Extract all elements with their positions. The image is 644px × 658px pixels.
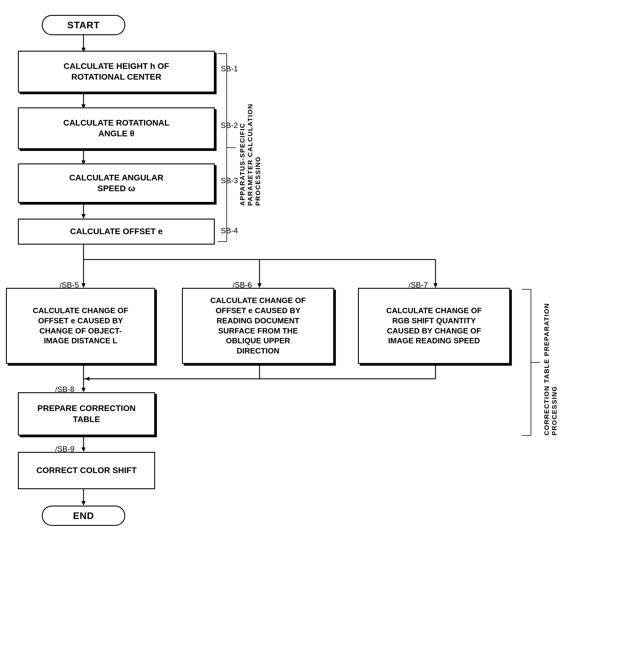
sb6-node: CALCULATE CHANGE OF OFFSET e CAUSED BY R… — [182, 288, 334, 364]
sb9-text: CORRECT COLOR SHIFT — [37, 465, 137, 476]
svg-marker-16 — [433, 283, 438, 288]
sb1-label: SB-1 — [221, 64, 238, 73]
sb8-text: PREPARE CORRECTION TABLE — [37, 403, 135, 425]
svg-marker-27 — [82, 501, 86, 505]
sb8-label: /SB-8 — [55, 385, 74, 394]
start-label: START — [67, 20, 100, 31]
sb4-text: CALCULATE OFFSET e — [70, 226, 163, 237]
svg-marker-25 — [82, 448, 86, 452]
sb5-node: CALCULATE CHANGE OF OFFSET e CAUSED BY C… — [6, 288, 155, 364]
svg-marker-21 — [85, 377, 90, 381]
sb1-text: CALCULATE HEIGHT h OF ROTATIONAL CENTER — [64, 61, 169, 83]
diagram: START CALCULATE HEIGHT h OF ROTATIONAL C… — [0, 0, 644, 658]
sb7-node: CALCULATE CHANGE OF RGB SHIFT QUANTITY C… — [358, 288, 510, 364]
start-node: START — [42, 15, 125, 35]
sb3-text: CALCULATE ANGULAR SPEED ω — [69, 173, 163, 194]
sb4-node: CALCULATE OFFSET e — [18, 219, 215, 245]
sb9-label: /SB-9 — [55, 445, 74, 454]
sb5-text: CALCULATE CHANGE OF OFFSET e CAUSED BY C… — [33, 306, 128, 346]
sb7-label: /SB-7 — [409, 280, 428, 290]
sb1-node: CALCULATE HEIGHT h OF ROTATIONAL CENTER — [18, 51, 215, 92]
apparatus-text: APPARATUS-SPECIFIC PARAMETER CALCULATION… — [239, 104, 261, 206]
sb6-label: /SB-6 — [233, 280, 252, 290]
sb3-label: SB-3 — [221, 176, 238, 185]
sb4-label: SB-4 — [221, 226, 238, 235]
sb2-node: CALCULATE ROTATIONAL ANGLE θ — [18, 107, 215, 149]
sb2-text: CALCULATE ROTATIONAL ANGLE θ — [63, 117, 169, 139]
apparatus-label: APPARATUS-SPECIFIC PARAMETER CALCULATION… — [239, 74, 262, 206]
sb3-node: CALCULATE ANGULAR SPEED ω — [18, 163, 215, 203]
svg-marker-14 — [257, 283, 261, 288]
correction-text: CORRECTION TABLE PREPARATION PROCESSING — [543, 303, 558, 435]
svg-marker-12 — [82, 283, 86, 288]
svg-marker-18 — [82, 388, 86, 392]
end-node: END — [42, 505, 125, 526]
correction-label: CORRECTION TABLE PREPARATION PROCESSING — [543, 292, 558, 435]
sb9-node: CORRECT COLOR SHIFT — [18, 452, 155, 489]
sb5-label: /SB-5 — [60, 280, 79, 290]
sb8-node: PREPARE CORRECTION TABLE — [18, 392, 155, 435]
end-label: END — [73, 510, 94, 521]
sb2-label: SB-2 — [221, 121, 238, 130]
sb7-text: CALCULATE CHANGE OF RGB SHIFT QUANTITY C… — [386, 306, 482, 346]
svg-marker-7 — [82, 214, 86, 219]
sb6-text: CALCULATE CHANGE OF OFFSET e CAUSED BY R… — [210, 296, 306, 356]
